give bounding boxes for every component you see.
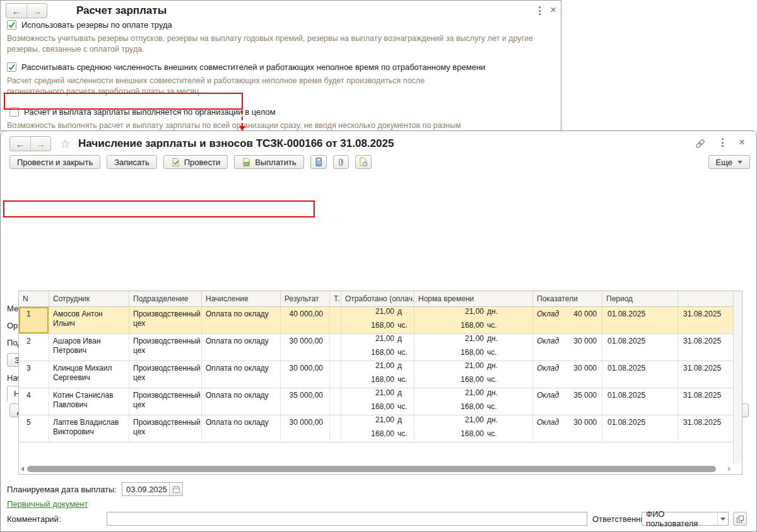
- indicator-cell[interactable]: Оклад30 000: [533, 334, 602, 361]
- indicator-cell[interactable]: Оклад30 000: [533, 415, 602, 442]
- period-end-cell[interactable]: 31.08.2025: [678, 307, 733, 333]
- vertical-scrollbar[interactable]: [733, 291, 742, 463]
- row-number-cell[interactable]: 5: [19, 415, 49, 442]
- employee-cell[interactable]: Котин Станислав Павлович: [49, 388, 129, 415]
- checkbox[interactable]: [9, 107, 19, 117]
- scroll-left-icon[interactable]: [21, 466, 24, 471]
- period-end-cell[interactable]: 31.08.2025: [678, 415, 733, 442]
- result-cell[interactable]: 40 000,00: [281, 307, 330, 333]
- checkbox[interactable]: [7, 20, 16, 30]
- pay-button[interactable]: Выплатить: [234, 155, 304, 169]
- table-row[interactable]: 5Лаптев Владислав ВикторовичПроизводстве…: [19, 415, 733, 442]
- comment-input[interactable]: [107, 512, 587, 526]
- back-icon[interactable]: ←: [6, 4, 26, 18]
- indicator-cell[interactable]: Оклад40 000: [533, 307, 602, 333]
- attachments-button[interactable]: [333, 155, 349, 169]
- post-button[interactable]: Провести: [163, 155, 228, 169]
- accrual-cell[interactable]: Оплата по окладу: [202, 334, 281, 361]
- accrual-cell[interactable]: Оплата по окладу: [202, 415, 281, 442]
- responsible-field[interactable]: ФИО пользователя: [642, 512, 729, 526]
- table-row[interactable]: 2Ашаров Иван ПетровичПроизводственный це…: [19, 334, 733, 361]
- close-icon[interactable]: ×: [550, 4, 556, 15]
- scroll-right-icon[interactable]: [728, 466, 731, 471]
- table-row[interactable]: 4Котин Станислав ПавловичПроизводственны…: [19, 388, 733, 415]
- column-header[interactable]: Сотрудник: [49, 291, 129, 306]
- scrollbar-thumb[interactable]: [27, 466, 716, 472]
- planned-date-row: Планируемая дата выплаты: 03.09.2025: [7, 482, 183, 496]
- department-cell[interactable]: Производственный цех: [129, 361, 202, 388]
- period-end-cell[interactable]: 31.08.2025: [678, 388, 733, 415]
- t-cell[interactable]: [330, 307, 341, 333]
- show-calculation-button[interactable]: [310, 155, 327, 169]
- result-cell[interactable]: 30 000,00: [281, 334, 330, 361]
- column-header[interactable]: [678, 291, 733, 306]
- department-cell[interactable]: Производственный цех: [129, 334, 202, 361]
- accrual-cell[interactable]: Оплата по окладу: [202, 388, 281, 415]
- t-cell[interactable]: [330, 334, 341, 361]
- period-end-cell[interactable]: 31.08.2025: [678, 361, 733, 388]
- time-value: 21,00: [345, 334, 394, 344]
- close-icon[interactable]: ×: [739, 137, 745, 147]
- time-value: 168,00: [345, 375, 394, 385]
- department-cell[interactable]: Производственный цех: [129, 388, 202, 415]
- t-cell[interactable]: [330, 388, 341, 415]
- get-link-icon[interactable]: [695, 138, 706, 151]
- history-button[interactable]: [355, 155, 372, 169]
- employee-cell[interactable]: Лаптев Владислав Викторович: [49, 415, 129, 442]
- row-number-cell[interactable]: 1: [19, 307, 49, 333]
- employee-cell[interactable]: Ашаров Иван Петрович: [49, 334, 129, 361]
- row-number-cell[interactable]: 2: [19, 334, 49, 361]
- row-number-cell[interactable]: 3: [19, 361, 49, 388]
- employee-cell[interactable]: Клинцов Михаил Сергеевич: [49, 361, 129, 388]
- accrual-cell[interactable]: Оплата по окладу: [202, 307, 281, 333]
- column-header[interactable]: Норма времени: [414, 291, 533, 306]
- column-header[interactable]: Период: [602, 291, 678, 306]
- more-button[interactable]: Еще: [708, 155, 750, 169]
- time-unit: чс.: [394, 402, 410, 412]
- chevron-down-icon[interactable]: [717, 512, 728, 525]
- accrual-cell[interactable]: Оплата по окладу: [202, 361, 281, 388]
- period-end-cell[interactable]: 31.08.2025: [678, 334, 733, 361]
- department-cell[interactable]: Производственный цех: [129, 307, 202, 333]
- column-header[interactable]: Подразделение: [129, 291, 202, 306]
- column-header[interactable]: N: [19, 291, 49, 306]
- table-row[interactable]: 1Амосов Антон ИльичПроизводственный цехО…: [19, 307, 733, 334]
- indicator-cell[interactable]: Оклад35 000: [533, 388, 602, 415]
- period-start-cell[interactable]: 01.08.2025: [602, 334, 678, 361]
- post-icon: [171, 158, 180, 167]
- save-button[interactable]: Записать: [107, 155, 157, 169]
- t-cell[interactable]: [330, 415, 341, 442]
- more-menu-icon[interactable]: [722, 138, 724, 147]
- primary-document-link[interactable]: Первичный документ: [7, 499, 88, 509]
- period-start-cell[interactable]: 01.08.2025: [602, 415, 678, 442]
- indicator-cell[interactable]: Оклад30 000: [533, 361, 602, 388]
- column-header[interactable]: Отработано (оплач...: [341, 291, 414, 306]
- department-cell[interactable]: Производственный цех: [129, 415, 202, 442]
- result-cell[interactable]: 35 000,00: [281, 388, 330, 415]
- employee-cell[interactable]: Амосов Антон Ильич: [49, 307, 129, 333]
- table-row[interactable]: 3Клинцов Михаил СергеевичПроизводственны…: [19, 361, 733, 388]
- t-cell[interactable]: [330, 361, 341, 388]
- post-and-close-button[interactable]: Провести и закрыть: [9, 155, 100, 169]
- period-start-cell[interactable]: 01.08.2025: [602, 388, 678, 415]
- more-menu-icon[interactable]: [539, 6, 541, 15]
- column-header[interactable]: Результат: [281, 291, 330, 306]
- calendar-icon[interactable]: [169, 483, 182, 495]
- result-cell[interactable]: 30 000,00: [281, 361, 330, 388]
- forward-icon[interactable]: →: [30, 137, 50, 151]
- period-start-cell[interactable]: 01.08.2025: [602, 307, 678, 333]
- column-header[interactable]: Т.: [330, 291, 341, 306]
- column-header[interactable]: Начисление: [202, 291, 281, 306]
- row-number-cell[interactable]: 4: [19, 388, 49, 415]
- column-header[interactable]: Показатели: [533, 291, 602, 306]
- favorite-star-icon[interactable]: ☆: [60, 137, 71, 151]
- horizontal-scrollbar[interactable]: [21, 465, 731, 473]
- period-start-cell[interactable]: 01.08.2025: [602, 361, 678, 388]
- time-unit: д: [394, 415, 410, 425]
- checkbox[interactable]: [7, 62, 16, 72]
- open-responsible-icon[interactable]: [733, 512, 747, 526]
- planned-date-field[interactable]: 03.09.2025: [122, 482, 183, 496]
- forward-icon[interactable]: →: [26, 4, 47, 18]
- back-icon[interactable]: ←: [10, 137, 30, 151]
- result-cell[interactable]: 30 000,00: [281, 415, 330, 442]
